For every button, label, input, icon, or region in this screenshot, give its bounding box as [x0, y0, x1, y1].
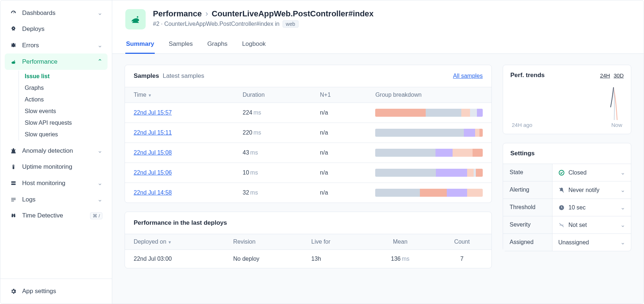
- sidebar-item-deploys[interactable]: Deploys: [5, 21, 108, 37]
- setting-value[interactable]: Never notify⌄: [552, 181, 631, 199]
- table-row: 22nd Jul 15:57224msn/a: [125, 103, 491, 123]
- duration-cell: 224ms: [234, 103, 311, 123]
- sidebar-item-uptime-monitoring[interactable]: Uptime monitoring: [5, 159, 108, 175]
- sample-time-link[interactable]: 22nd Jul 14:58: [134, 189, 172, 196]
- sample-time-link[interactable]: 22nd Jul 15:06: [134, 169, 172, 176]
- tab-samples[interactable]: Samples: [168, 36, 193, 54]
- chevron-up-icon: ⌃: [97, 58, 102, 65]
- siren-icon: [10, 147, 17, 155]
- chevron-down-icon: ⌄: [620, 204, 625, 211]
- tab-graphs[interactable]: Graphs: [207, 36, 228, 54]
- sidebar-item-label: Logs: [22, 196, 36, 203]
- frog-icon: [10, 58, 17, 65]
- col-time[interactable]: Time▼: [125, 87, 234, 103]
- sample-time-link[interactable]: 22nd Jul 15:08: [134, 149, 172, 156]
- col-mean[interactable]: Mean: [368, 234, 432, 250]
- sample-time-link[interactable]: 22nd Jul 15:57: [134, 109, 172, 116]
- host-icon: [10, 180, 17, 187]
- uptime-icon: [10, 163, 17, 171]
- breadcrumb-leaf: CounterLiveAppWeb.PostController#index: [212, 9, 374, 19]
- breadcrumb-sep: ›: [206, 9, 208, 19]
- setting-value[interactable]: Closed⌄: [552, 164, 631, 181]
- trends-range-30d[interactable]: 30D: [613, 72, 624, 79]
- breadcrumb-root[interactable]: Performance: [153, 9, 202, 19]
- revision-cell: No deploy: [224, 250, 303, 268]
- sidebar-item-performance[interactable]: Performance⌃: [5, 53, 108, 70]
- tab-logbook[interactable]: Logbook: [241, 36, 266, 54]
- sidebar-item-label: Dashboards: [22, 9, 56, 17]
- table-row: 22nd Jul 03:00No deploy13h136ms7: [125, 250, 491, 268]
- page-subheading: #2 · CounterLiveAppWeb.PostController#in…: [153, 21, 374, 27]
- col-revision[interactable]: Revision: [224, 234, 303, 250]
- table-row: 22nd Jul 15:11220msn/a: [125, 123, 491, 143]
- deployed-cell: 22nd Jul 03:00: [125, 250, 224, 268]
- trends-card: Perf. trends 24H 30D 24H a: [503, 65, 631, 134]
- table-row: 22nd Jul 14:5832msn/a: [125, 183, 491, 203]
- setting-label: Assigned: [503, 234, 552, 251]
- chevron-down-icon: ⌄: [97, 179, 102, 187]
- chevron-down-icon: ⌄: [620, 169, 625, 176]
- duration-cell: 32ms: [234, 183, 311, 203]
- setting-value[interactable]: Unassigned⌄: [552, 234, 631, 251]
- app-avatar: [125, 9, 146, 29]
- subnav-actions[interactable]: Actions: [23, 94, 108, 105]
- chevron-down-icon: ⌄: [620, 239, 625, 246]
- table-row: 22nd Jul 15:0843msn/a: [125, 143, 491, 163]
- sidebar-item-label: Errors: [22, 42, 39, 49]
- sidebar: Dashboards⌄DeploysErrors⌄Performance⌃Iss…: [0, 0, 112, 304]
- setting-value[interactable]: 10 sec⌄: [552, 199, 631, 216]
- sidebar-item-logs[interactable]: Logs⌄: [5, 191, 108, 208]
- samples-subtitle: Latest samples: [163, 72, 204, 80]
- chevron-down-icon: ▼: [168, 240, 172, 244]
- subnav-slow-events[interactable]: Slow events: [23, 105, 108, 117]
- breakdown-bar: [375, 129, 483, 137]
- subnav-slow-queries[interactable]: Slow queries: [23, 129, 108, 140]
- sample-time-link[interactable]: 22nd Jul 15:11: [134, 129, 172, 136]
- trends-range-24h[interactable]: 24H: [600, 72, 610, 79]
- nplus1-cell: n/a: [311, 183, 367, 203]
- col-nplus1[interactable]: N+1: [311, 87, 367, 103]
- duration-cell: 10ms: [234, 163, 311, 183]
- clock-icon: [558, 204, 565, 211]
- trends-to: Now: [611, 122, 622, 128]
- sidebar-item-app-settings[interactable]: App settings: [5, 283, 108, 299]
- setting-row-threshold: Threshold10 sec⌄: [503, 199, 631, 216]
- page-header: Performance › CounterLiveAppWeb.PostCont…: [112, 0, 644, 36]
- setting-row-severity: SeverityNot set⌄: [503, 216, 631, 234]
- main: Performance › CounterLiveAppWeb.PostCont…: [112, 0, 644, 304]
- tab-summary[interactable]: Summary: [125, 36, 155, 54]
- subnav-slow-api-requests[interactable]: Slow API requests: [23, 117, 108, 129]
- subnav-graphs[interactable]: Graphs: [23, 82, 108, 94]
- table-row: 22nd Jul 15:0610msn/a: [125, 163, 491, 183]
- setting-row-state: StateClosed⌄: [503, 164, 631, 181]
- setting-value[interactable]: Not set⌄: [552, 216, 631, 233]
- breakdown-bar: [375, 189, 483, 197]
- col-count[interactable]: Count: [432, 234, 491, 250]
- breakdown-bar: [375, 109, 483, 117]
- col-breakdown[interactable]: Group breakdown: [366, 87, 491, 103]
- col-duration[interactable]: Duration: [234, 87, 311, 103]
- sidebar-item-label: Anomaly detection: [22, 147, 73, 155]
- breakdown-bar: [375, 169, 483, 177]
- sidebar-item-errors[interactable]: Errors⌄: [5, 37, 108, 53]
- sidebar-item-time-detective[interactable]: Time Detective⌘ /: [5, 208, 108, 224]
- bell-off-icon: [558, 187, 565, 193]
- binoculars-icon: [10, 212, 17, 219]
- subnav-issue-list[interactable]: Issue list: [23, 71, 108, 82]
- all-samples-link[interactable]: All samples: [453, 73, 483, 79]
- breakdown-bar: [375, 149, 483, 157]
- sidebar-item-label: Performance: [22, 58, 57, 65]
- env-badge: web: [283, 20, 299, 28]
- duration-cell: 220ms: [234, 123, 311, 143]
- sidebar-item-host-monitoring[interactable]: Host monitoring⌄: [5, 175, 108, 191]
- col-deployed[interactable]: Deployed on▼: [125, 234, 224, 250]
- setting-row-alerting: AlertingNever notify⌄: [503, 181, 631, 199]
- chevron-down-icon: ▼: [148, 93, 152, 97]
- sidebar-item-anomaly-detection[interactable]: Anomaly detection⌄: [5, 143, 108, 159]
- col-live[interactable]: Live for: [303, 234, 368, 250]
- settings-title: Settings: [503, 143, 631, 164]
- rocket-icon: [10, 25, 17, 33]
- frog-icon: [129, 13, 142, 25]
- svg-rect-3: [11, 183, 16, 185]
- sidebar-item-dashboards[interactable]: Dashboards⌄: [5, 5, 108, 21]
